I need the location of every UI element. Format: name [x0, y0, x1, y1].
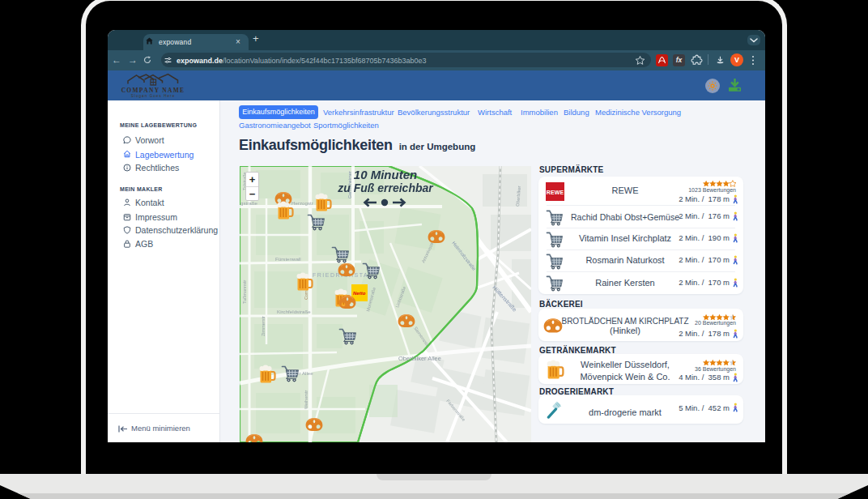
svg-text:Weiherstr: Weiherstr [304, 390, 308, 409]
svg-text:Kirchfeldstraße: Kirchfeldstraße [277, 309, 311, 314]
svg-text:Netto: Netto [353, 291, 366, 296]
svg-text:Tußmannstr: Tußmannstr [242, 279, 247, 304]
svg-text:Fürstenwall: Fürstenwall [275, 256, 301, 262]
svg-text:Herzogstr: Herzogstr [291, 200, 313, 206]
svg-text:Zimmerstr: Zimmerstr [261, 316, 266, 336]
svg-text:Oberbilker Allee: Oberbilker Allee [398, 355, 441, 362]
svg-text:er Allee: er Allee [296, 370, 313, 376]
svg-text:gstraße: gstraße [240, 200, 258, 206]
